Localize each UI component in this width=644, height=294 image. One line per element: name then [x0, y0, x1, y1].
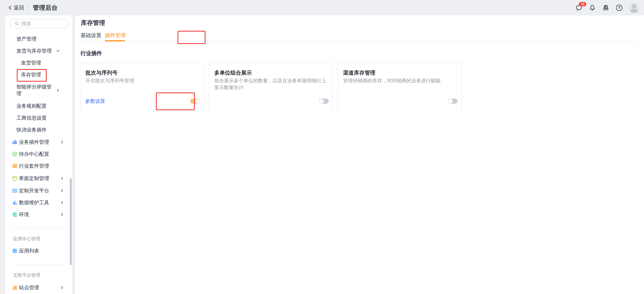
sidebar-item-todo-center-config[interactable]: 待办中心配置: [19, 148, 49, 160]
plugin-card-multi-unit-display: 多单位组合展示 组合展示多个单位的数量，以及在业务单据明细行上显示数量合计: [209, 63, 333, 112]
sidebar-section-app-center: 应用中心管理: [13, 235, 40, 242]
sidebar-item-shipping-inventory-management[interactable]: 发货与库存管理: [16, 45, 52, 57]
sidebar-item-fmcg-business-plugin[interactable]: 快消业务插件: [16, 124, 47, 136]
puzzle-icon: [12, 139, 18, 145]
section-title-industry-plugins: 行业插件: [80, 50, 102, 57]
tab-basic-settings[interactable]: 基础设置: [80, 32, 101, 39]
sidebar-item-ui-customization-management[interactable]: 界面定制管理: [19, 172, 49, 184]
card-description: 开启批次与序列号管理: [86, 77, 200, 84]
search-icon: [14, 21, 20, 26]
toggle-batch-serial[interactable]: [190, 99, 200, 104]
sidebar-item-business-plugin-management[interactable]: 业务插件管理: [19, 136, 49, 148]
sidebar-item-business-rules-config[interactable]: 业务规则配置: [16, 100, 47, 112]
notification-badge: 15: [579, 2, 586, 7]
topbar-divider: [28, 5, 28, 11]
chevron-right-icon[interactable]: [60, 212, 64, 217]
card-description: 管理经销商的库存，对经销商的业务进行赋能: [343, 77, 457, 84]
chevron-right-icon[interactable]: [60, 200, 64, 205]
inbox-icon[interactable]: [602, 4, 610, 12]
search-input[interactable]: 搜索: [10, 19, 68, 28]
tabs-divider: [80, 42, 637, 42]
sidebar-scrollbar[interactable]: [70, 178, 72, 265]
sidebar-item-app-list[interactable]: 应用列表: [19, 245, 39, 257]
help-icon[interactable]: ?: [616, 4, 623, 12]
chevron-right-icon[interactable]: [56, 88, 60, 93]
parameter-settings-link[interactable]: 参数设置: [85, 98, 105, 105]
plugin-card-batch-serial: 批次与序列号 开启批次与序列号管理 参数设置: [80, 63, 204, 112]
tab-plugin-management[interactable]: 插件管理: [105, 32, 126, 39]
sidebar: 搜索 资产管理 发货与库存管理 发货管理 库存管理 智能评分评级管理 业务规则配…: [5, 16, 72, 294]
sidebar-item-assets-management[interactable]: 资产管理: [16, 33, 36, 45]
card-description: 组合展示多个单位的数量，以及在业务单据明细行上显示数量合计: [214, 77, 328, 91]
sidebar-divider: [10, 264, 64, 264]
page: 返回 管理后台 15 ? 搜索: [0, 0, 644, 294]
sidebar-item-environment[interactable]: 环境: [19, 208, 29, 221]
chevron-right-icon[interactable]: [60, 176, 64, 181]
sidebar-item-site-management[interactable]: 站点管理: [19, 281, 39, 294]
chevron-right-icon[interactable]: [60, 188, 64, 193]
toggle-multi-unit-display[interactable]: [319, 99, 329, 104]
sidebar-item-inventory-management[interactable]: 库存管理: [21, 69, 41, 81]
back-button[interactable]: 返回: [14, 4, 24, 11]
chevron-right-icon[interactable]: [60, 285, 64, 290]
back-chevron-icon[interactable]: [8, 5, 13, 11]
code-window-icon: [12, 188, 18, 193]
sidebar-item-data-maintenance-tools[interactable]: 数据维护工具: [19, 197, 49, 209]
sidebar-item-custom-dev-platform[interactable]: 定制开发平台: [19, 185, 49, 197]
toggle-channel-inventory[interactable]: [448, 99, 458, 104]
toggle-knob: [319, 99, 324, 103]
avatar[interactable]: [629, 3, 639, 13]
search-placeholder: 搜索: [22, 20, 31, 27]
sidebar-item-smart-scoring-rating[interactable]: 智能评分评级管理: [16, 84, 54, 97]
sidebar-item-industry-suite-management[interactable]: 行业套件管理: [19, 160, 49, 172]
bar-chart-icon: [12, 200, 18, 205]
check-circle-icon: [12, 151, 18, 157]
sidebar-section-connect-platform: 互联平台管理: [13, 272, 40, 278]
app-grid-icon: [12, 248, 18, 253]
environment-bolt-icon: [12, 212, 18, 217]
main-panel: 库存管理 基础设置 插件管理 行业插件 批次与序列号 开启批次与序列号管理 参数…: [75, 16, 644, 294]
toggle-knob: [448, 99, 452, 103]
browser-window-icon: [12, 176, 18, 181]
sidebar-divider: [10, 227, 64, 228]
toggle-knob: [195, 99, 200, 103]
sidebar-item-business-registration-settings[interactable]: 工商信息设置: [16, 112, 47, 124]
card-title: 批次与序列号: [86, 69, 118, 77]
chevron-down-icon[interactable]: [56, 49, 60, 53]
top-bar: 返回 管理后台 15 ?: [0, 0, 644, 16]
chevron-right-icon[interactable]: [60, 140, 64, 144]
card-title: 多单位组合展示: [214, 69, 252, 77]
buildings-icon: [12, 285, 18, 290]
active-tab-underline: [105, 40, 125, 41]
chat-bubble-icon[interactable]: 15: [575, 4, 582, 12]
bell-icon[interactable]: [589, 4, 596, 12]
page-title: 库存管理: [81, 19, 105, 27]
sidebar-item-shipping-management[interactable]: 发货管理: [21, 57, 41, 69]
link-window-icon: [12, 163, 18, 169]
card-title: 渠道库存管理: [343, 69, 375, 77]
plugin-card-channel-inventory: 渠道库存管理 管理经销商的库存，对经销商的业务进行赋能: [338, 63, 462, 112]
app-title: 管理后台: [33, 4, 58, 12]
